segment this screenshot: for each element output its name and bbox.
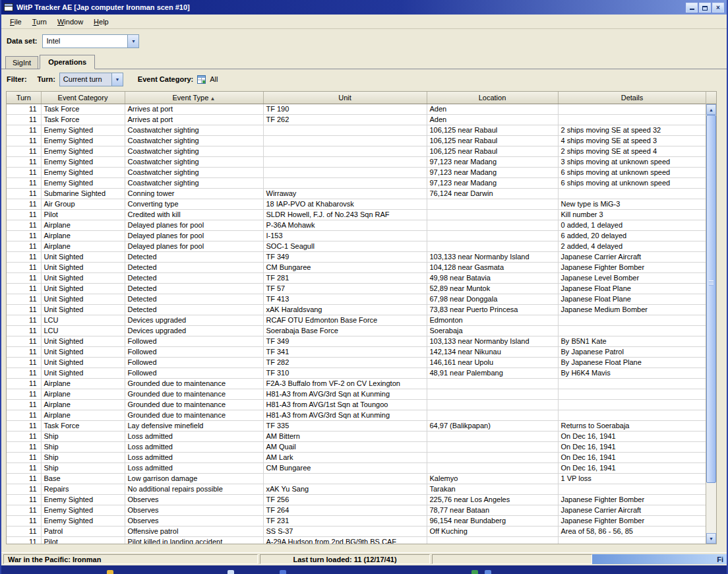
menu-turn[interactable]: Turn <box>27 16 52 28</box>
vertical-scrollbar[interactable]: ▲ ▼ <box>706 91 717 544</box>
column-header-location[interactable]: Location <box>427 92 558 104</box>
column-header-event-category[interactable]: Event Category <box>41 92 125 104</box>
table-row[interactable]: 11AirplaneDelayed planes for poolSOC-1 S… <box>7 241 706 251</box>
table-row[interactable]: 11Unit SightedDetectedCM Bungaree104,128… <box>7 262 706 272</box>
cell-unit <box>263 125 427 135</box>
dataset-dropdown-button[interactable]: ▼ <box>127 35 138 48</box>
cell-event-type: Grounded due to maintenance <box>125 389 263 399</box>
minimize-button[interactable] <box>686 3 698 13</box>
cell-event-category: Task Force <box>41 114 125 125</box>
table-row[interactable]: 11LCUDevices upgradedSoerabaja Base Forc… <box>7 325 706 336</box>
title-bar[interactable]: WitP Tracker AE [Jap computer Ironman sc… <box>1 0 727 15</box>
dataset-combobox[interactable]: Intel ▼ <box>42 34 139 48</box>
taskbar-icon[interactable] <box>485 570 491 574</box>
turn-filter-dropdown-button[interactable]: ▼ <box>111 73 123 86</box>
background-window-titlebar[interactable]: Fi <box>592 554 727 564</box>
menu-bar: File Turn Window Help <box>1 15 727 29</box>
table-row[interactable]: 11Air GroupConverting type18 IAP-PVO at … <box>7 199 706 209</box>
table-row[interactable]: 11Unit SightedDetectedTF 5752,89 near Mu… <box>7 283 706 294</box>
table-row[interactable]: 11LCUDevices upgradedRCAF OTU Edmonton B… <box>7 315 706 325</box>
taskbar-icon[interactable] <box>280 570 286 574</box>
turn-filter-combobox[interactable]: Current turn ▼ <box>59 73 123 86</box>
column-header-unit[interactable]: Unit <box>263 92 427 104</box>
table-row[interactable]: 11Enemy SightedCoastwatcher sighting97,1… <box>7 177 706 188</box>
column-header-turn[interactable]: Turn <box>7 92 41 104</box>
scrollbar-thumb[interactable] <box>706 115 716 483</box>
table-row[interactable]: 11Enemy SightedObservesTF 23196,154 near… <box>7 515 706 526</box>
cell-turn: 11 <box>7 336 41 346</box>
cell-location: 146,161 near Upolu <box>427 357 558 367</box>
table-row[interactable]: 11Unit SightedDetectedTF 41367,98 near D… <box>7 294 706 304</box>
cell-unit: A-29A Hudson from 2nd BG/9th BS CAF <box>263 536 427 544</box>
event-category-all-icon[interactable] <box>197 75 206 84</box>
tab-operations[interactable]: Operations <box>40 55 95 69</box>
chevron-down-icon: ▼ <box>131 39 136 44</box>
table-row[interactable]: 11Submarine SightedConning towerWirraway… <box>7 188 706 199</box>
column-header-details[interactable]: Details <box>558 92 706 104</box>
table-row[interactable]: 11AirplaneGrounded due to maintenanceH81… <box>7 410 706 420</box>
table-row[interactable]: 11Task ForceLay defensive minefieldTF 33… <box>7 420 706 431</box>
table-row[interactable]: 11Unit SightedFollowedTF 341142,134 near… <box>7 346 706 357</box>
table-row[interactable]: 11Unit SightedDetectedTF 349103,133 near… <box>7 251 706 262</box>
menu-window[interactable]: Window <box>52 16 88 28</box>
table-row[interactable]: 11Unit SightedDetectedxAK Haraldsvang73,… <box>7 304 706 315</box>
scroll-up-button[interactable]: ▲ <box>706 104 716 115</box>
table-row[interactable]: 11RepairsNo additional repairs possiblex… <box>7 484 706 494</box>
cell-event-type: Grounded due to maintenance <box>125 378 263 389</box>
taskbar-strip <box>1 565 727 574</box>
turn-filter-label: Turn: <box>38 75 55 83</box>
cell-event-type: Loss admitted <box>125 431 263 441</box>
status-spacer <box>432 554 592 564</box>
table-row[interactable]: 11Unit SightedFollowedTF 282146,161 near… <box>7 357 706 367</box>
cell-turn: 11 <box>7 452 41 462</box>
table-row[interactable]: 11AirplaneGrounded due to maintenanceH81… <box>7 389 706 399</box>
cell-details <box>558 104 706 114</box>
table-row[interactable]: 11Enemy SightedObservesTF 256225,76 near… <box>7 494 706 505</box>
table-row[interactable]: 11AirplaneDelayed planes for poolI-1536 … <box>7 230 706 241</box>
table-row[interactable]: 11Unit SightedFollowedTF 31048,91 near P… <box>7 367 706 378</box>
table-row[interactable]: 11Unit SightedDetectedTF 28149,98 near B… <box>7 272 706 283</box>
taskbar-icon[interactable] <box>107 570 113 574</box>
scroll-down-button[interactable]: ▼ <box>706 533 716 544</box>
taskbar-icon[interactable] <box>228 570 234 574</box>
cell-unit: AM Bittern <box>263 431 427 441</box>
menu-help[interactable]: Help <box>88 16 114 28</box>
cell-unit: I-153 <box>263 230 427 241</box>
table-row[interactable]: 11AirplaneDelayed planes for poolP-36A M… <box>7 220 706 230</box>
table-row[interactable]: 11AirplaneGrounded due to maintenanceF2A… <box>7 378 706 389</box>
tab-sigint[interactable]: SigInt <box>5 56 38 69</box>
minimize-icon <box>690 9 694 10</box>
table-row[interactable]: 11PatrolOffensive patrolSS S-37Off Kuchi… <box>7 526 706 536</box>
table-row[interactable]: 11Enemy SightedCoastwatcher sighting106,… <box>7 135 706 146</box>
table-row[interactable]: 11PilotPilot killed in landing accidentA… <box>7 536 706 544</box>
cell-event-type: Observes <box>125 494 263 505</box>
cell-turn: 11 <box>7 283 41 294</box>
table-row[interactable]: 11ShipLoss admittedAM BitternOn Dec 16, … <box>7 431 706 441</box>
column-header-event-type[interactable]: Event Type ▲ <box>125 92 263 104</box>
taskbar-icon[interactable] <box>471 570 478 574</box>
table-row[interactable]: 11Enemy SightedCoastwatcher sighting97,1… <box>7 167 706 177</box>
scrollbar-track[interactable] <box>706 115 716 533</box>
cell-event-category: Enemy Sighted <box>41 135 125 146</box>
table-row[interactable]: 11BaseLow garrison damageKalemyo1 VP los… <box>7 473 706 484</box>
event-category-value[interactable]: All <box>210 75 218 83</box>
table-row[interactable]: 11AirplaneGrounded due to maintenanceH81… <box>7 399 706 410</box>
table-row[interactable]: 11Unit SightedFollowedTF 349103,133 near… <box>7 336 706 346</box>
menu-file[interactable]: File <box>5 16 27 28</box>
table-row[interactable]: 11Task ForceArrives at portTF 190Aden <box>7 104 706 114</box>
table-row[interactable]: 11PilotCredited with killSLDR Howell, F.… <box>7 209 706 220</box>
maximize-button[interactable] <box>699 3 711 13</box>
table-row[interactable]: 11Task ForceArrives at portTF 262Aden <box>7 114 706 125</box>
table-row[interactable]: 11ShipLoss admittedAM QuailOn Dec 16, 19… <box>7 441 706 452</box>
table-row[interactable]: 11Enemy SightedCoastwatcher sighting106,… <box>7 146 706 156</box>
table-row[interactable]: 11Enemy SightedCoastwatcher sighting97,1… <box>7 156 706 167</box>
table-row[interactable]: 11ShipLoss admittedCM BungareeOn Dec 16,… <box>7 462 706 473</box>
cell-unit: xAK Haraldsvang <box>263 304 427 315</box>
cell-details: By B5N1 Kate <box>558 336 706 346</box>
dataset-label: Data set: <box>7 37 37 45</box>
close-button[interactable]: × <box>712 3 724 13</box>
table-row[interactable]: 11Enemy SightedObservesTF 26478,77 near … <box>7 505 706 515</box>
table-row[interactable]: 11Enemy SightedCoastwatcher sighting106,… <box>7 125 706 135</box>
cell-turn: 11 <box>7 199 41 209</box>
table-row[interactable]: 11ShipLoss admittedAM LarkOn Dec 16, 194… <box>7 452 706 462</box>
